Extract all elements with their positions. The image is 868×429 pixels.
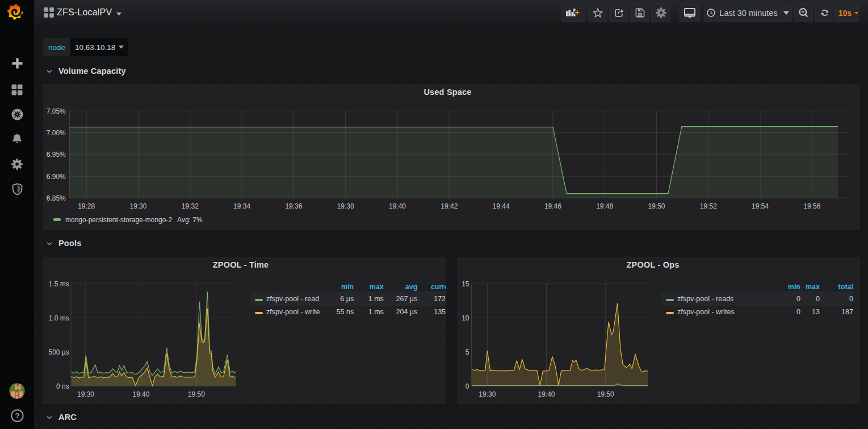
svg-text:19:46: 19:46 xyxy=(544,202,561,210)
svg-text:19:42: 19:42 xyxy=(441,202,458,210)
svg-text:1.0 ms: 1.0 ms xyxy=(49,314,69,322)
svg-text:19:40: 19:40 xyxy=(132,390,149,398)
svg-text:19:44: 19:44 xyxy=(493,202,510,210)
svg-text:19:50: 19:50 xyxy=(648,202,665,210)
svg-text:6.85%: 6.85% xyxy=(47,194,66,202)
svg-text:5: 5 xyxy=(466,348,469,356)
svg-text:15: 15 xyxy=(462,280,469,288)
svg-text:10: 10 xyxy=(462,314,469,322)
svg-text:6.90%: 6.90% xyxy=(47,173,66,181)
svg-text:19:32: 19:32 xyxy=(182,202,199,210)
svg-text:19:40: 19:40 xyxy=(389,202,406,210)
svg-text:0 ns: 0 ns xyxy=(56,382,69,390)
svg-text:1.5 ms: 1.5 ms xyxy=(49,280,69,288)
svg-text:19:52: 19:52 xyxy=(700,202,717,210)
svg-text:19:34: 19:34 xyxy=(233,202,250,210)
svg-text:19:56: 19:56 xyxy=(803,202,820,210)
svg-text:7.00%: 7.00% xyxy=(47,129,66,137)
svg-text:19:54: 19:54 xyxy=(752,202,769,210)
svg-text:7.05%: 7.05% xyxy=(47,107,66,115)
svg-text:19:30: 19:30 xyxy=(479,390,496,398)
svg-text:?: ? xyxy=(15,411,19,420)
svg-text:19:30: 19:30 xyxy=(77,390,94,398)
svg-text:19:38: 19:38 xyxy=(337,202,354,210)
svg-text:19:36: 19:36 xyxy=(285,202,302,210)
svg-text:19:28: 19:28 xyxy=(78,202,95,210)
svg-text:19:40: 19:40 xyxy=(538,390,555,398)
svg-text:0: 0 xyxy=(466,382,469,390)
svg-text:500 µs: 500 µs xyxy=(49,348,69,356)
svg-text:19:50: 19:50 xyxy=(188,390,205,398)
svg-text:19:50: 19:50 xyxy=(597,390,614,398)
svg-text:19:30: 19:30 xyxy=(129,202,146,210)
svg-text:19:48: 19:48 xyxy=(596,202,613,210)
svg-text:6.95%: 6.95% xyxy=(47,151,66,159)
